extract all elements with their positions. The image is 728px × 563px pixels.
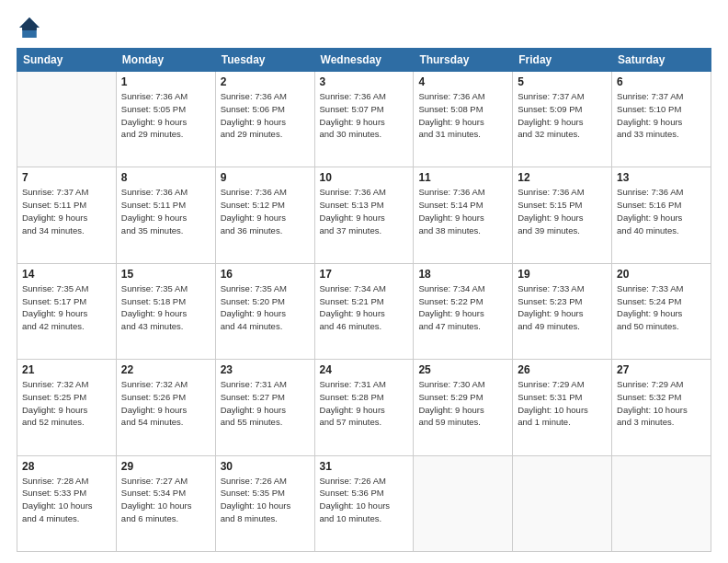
day-number: 9 <box>221 171 310 184</box>
weekday-header-sunday: Sunday <box>17 49 117 72</box>
weekday-header-wednesday: Wednesday <box>314 49 414 72</box>
calendar-table: SundayMondayTuesdayWednesdayThursdayFrid… <box>17 48 711 552</box>
day-info: Sunrise: 7:34 AM Sunset: 5:22 PM Dayligh… <box>418 282 507 333</box>
day-number: 17 <box>320 268 409 281</box>
day-info: Sunrise: 7:36 AM Sunset: 5:16 PM Dayligh… <box>617 186 706 236</box>
calendar-week-2: 7Sunrise: 7:37 AM Sunset: 5:11 PM Daylig… <box>17 167 711 263</box>
day-number: 23 <box>221 363 310 376</box>
calendar-week-5: 28Sunrise: 7:28 AM Sunset: 5:33 PM Dayli… <box>17 455 711 551</box>
calendar-week-4: 21Sunrise: 7:32 AM Sunset: 5:25 PM Dayli… <box>17 360 711 455</box>
day-number: 26 <box>518 363 607 376</box>
calendar-cell: 5Sunrise: 7:37 AM Sunset: 5:09 PM Daylig… <box>513 72 612 167</box>
calendar-cell <box>513 455 612 551</box>
day-info: Sunrise: 7:28 AM Sunset: 5:33 PM Dayligh… <box>22 475 111 525</box>
day-number: 30 <box>221 460 310 473</box>
weekday-header-saturday: Saturday <box>612 49 711 72</box>
day-number: 4 <box>418 75 507 88</box>
day-info: Sunrise: 7:32 AM Sunset: 5:26 PM Dayligh… <box>121 378 210 429</box>
day-info: Sunrise: 7:35 AM Sunset: 5:17 PM Dayligh… <box>22 282 111 333</box>
weekday-header-thursday: Thursday <box>414 49 513 72</box>
day-info: Sunrise: 7:26 AM Sunset: 5:36 PM Dayligh… <box>320 475 409 525</box>
calendar-cell <box>17 72 117 167</box>
day-number: 1 <box>121 75 210 88</box>
day-info: Sunrise: 7:36 AM Sunset: 5:05 PM Dayligh… <box>121 90 210 141</box>
calendar-week-3: 14Sunrise: 7:35 AM Sunset: 5:17 PM Dayli… <box>17 263 711 359</box>
logo <box>17 15 46 40</box>
day-number: 24 <box>320 363 409 376</box>
day-number: 8 <box>121 171 210 184</box>
calendar-cell: 15Sunrise: 7:35 AM Sunset: 5:18 PM Dayli… <box>116 263 215 359</box>
day-number: 28 <box>22 460 111 473</box>
calendar-cell: 7Sunrise: 7:37 AM Sunset: 5:11 PM Daylig… <box>17 167 117 263</box>
day-number: 25 <box>418 363 507 376</box>
calendar-cell <box>414 455 513 551</box>
day-number: 27 <box>617 363 706 376</box>
day-number: 14 <box>22 268 111 281</box>
svg-marker-2 <box>19 17 40 30</box>
calendar-cell: 4Sunrise: 7:36 AM Sunset: 5:08 PM Daylig… <box>414 72 513 167</box>
calendar-cell: 13Sunrise: 7:36 AM Sunset: 5:16 PM Dayli… <box>612 167 711 263</box>
day-info: Sunrise: 7:36 AM Sunset: 5:06 PM Dayligh… <box>221 90 310 141</box>
calendar-page: SundayMondayTuesdayWednesdayThursdayFrid… <box>0 0 728 563</box>
day-number: 29 <box>121 460 210 473</box>
calendar-week-1: 1Sunrise: 7:36 AM Sunset: 5:05 PM Daylig… <box>17 72 711 167</box>
day-number: 3 <box>320 75 409 88</box>
day-number: 18 <box>418 268 507 281</box>
day-info: Sunrise: 7:29 AM Sunset: 5:32 PM Dayligh… <box>617 378 706 429</box>
calendar-cell: 16Sunrise: 7:35 AM Sunset: 5:20 PM Dayli… <box>215 263 314 359</box>
day-info: Sunrise: 7:26 AM Sunset: 5:35 PM Dayligh… <box>221 475 310 525</box>
day-info: Sunrise: 7:34 AM Sunset: 5:21 PM Dayligh… <box>320 282 409 333</box>
calendar-cell: 30Sunrise: 7:26 AM Sunset: 5:35 PM Dayli… <box>215 455 314 551</box>
calendar-cell: 31Sunrise: 7:26 AM Sunset: 5:36 PM Dayli… <box>314 455 414 551</box>
calendar-cell: 24Sunrise: 7:31 AM Sunset: 5:28 PM Dayli… <box>314 360 414 455</box>
weekday-header-row: SundayMondayTuesdayWednesdayThursdayFrid… <box>17 49 711 72</box>
day-info: Sunrise: 7:31 AM Sunset: 5:28 PM Dayligh… <box>320 378 409 429</box>
calendar-cell: 27Sunrise: 7:29 AM Sunset: 5:32 PM Dayli… <box>612 360 711 455</box>
day-info: Sunrise: 7:35 AM Sunset: 5:18 PM Dayligh… <box>121 282 210 333</box>
day-info: Sunrise: 7:36 AM Sunset: 5:15 PM Dayligh… <box>518 186 607 236</box>
day-info: Sunrise: 7:30 AM Sunset: 5:29 PM Dayligh… <box>418 378 507 429</box>
day-number: 2 <box>221 75 310 88</box>
day-number: 5 <box>518 75 607 88</box>
day-info: Sunrise: 7:36 AM Sunset: 5:08 PM Dayligh… <box>418 90 507 141</box>
calendar-cell: 11Sunrise: 7:36 AM Sunset: 5:14 PM Dayli… <box>414 167 513 263</box>
calendar-cell: 19Sunrise: 7:33 AM Sunset: 5:23 PM Dayli… <box>513 263 612 359</box>
day-number: 11 <box>418 171 507 184</box>
day-number: 12 <box>518 171 607 184</box>
calendar-cell: 17Sunrise: 7:34 AM Sunset: 5:21 PM Dayli… <box>314 263 414 359</box>
calendar-cell: 28Sunrise: 7:28 AM Sunset: 5:33 PM Dayli… <box>17 455 117 551</box>
day-number: 19 <box>518 268 607 281</box>
calendar-cell: 6Sunrise: 7:37 AM Sunset: 5:10 PM Daylig… <box>612 72 711 167</box>
calendar-cell: 21Sunrise: 7:32 AM Sunset: 5:25 PM Dayli… <box>17 360 117 455</box>
calendar-cell: 22Sunrise: 7:32 AM Sunset: 5:26 PM Dayli… <box>116 360 215 455</box>
day-info: Sunrise: 7:37 AM Sunset: 5:09 PM Dayligh… <box>518 90 607 141</box>
calendar-cell: 25Sunrise: 7:30 AM Sunset: 5:29 PM Dayli… <box>414 360 513 455</box>
calendar-cell: 2Sunrise: 7:36 AM Sunset: 5:06 PM Daylig… <box>215 72 314 167</box>
calendar-cell: 18Sunrise: 7:34 AM Sunset: 5:22 PM Dayli… <box>414 263 513 359</box>
day-info: Sunrise: 7:29 AM Sunset: 5:31 PM Dayligh… <box>518 378 607 429</box>
day-number: 22 <box>121 363 210 376</box>
day-number: 16 <box>221 268 310 281</box>
day-number: 7 <box>22 171 111 184</box>
calendar-cell: 8Sunrise: 7:36 AM Sunset: 5:11 PM Daylig… <box>116 167 215 263</box>
day-info: Sunrise: 7:36 AM Sunset: 5:11 PM Dayligh… <box>121 186 210 236</box>
day-info: Sunrise: 7:36 AM Sunset: 5:12 PM Dayligh… <box>221 186 310 236</box>
day-info: Sunrise: 7:35 AM Sunset: 5:20 PM Dayligh… <box>221 282 310 333</box>
weekday-header-tuesday: Tuesday <box>215 49 314 72</box>
day-number: 31 <box>320 460 409 473</box>
calendar-cell: 10Sunrise: 7:36 AM Sunset: 5:13 PM Dayli… <box>314 167 414 263</box>
day-info: Sunrise: 7:33 AM Sunset: 5:23 PM Dayligh… <box>518 282 607 333</box>
day-info: Sunrise: 7:37 AM Sunset: 5:11 PM Dayligh… <box>22 186 111 236</box>
day-number: 21 <box>22 363 111 376</box>
header <box>17 15 711 40</box>
logo-icon <box>17 15 42 40</box>
calendar-cell: 26Sunrise: 7:29 AM Sunset: 5:31 PM Dayli… <box>513 360 612 455</box>
day-number: 13 <box>617 171 706 184</box>
calendar-cell: 23Sunrise: 7:31 AM Sunset: 5:27 PM Dayli… <box>215 360 314 455</box>
day-number: 6 <box>617 75 706 88</box>
day-info: Sunrise: 7:36 AM Sunset: 5:14 PM Dayligh… <box>418 186 507 236</box>
day-info: Sunrise: 7:27 AM Sunset: 5:34 PM Dayligh… <box>121 475 210 525</box>
calendar-cell: 3Sunrise: 7:36 AM Sunset: 5:07 PM Daylig… <box>314 72 414 167</box>
calendar-cell: 29Sunrise: 7:27 AM Sunset: 5:34 PM Dayli… <box>116 455 215 551</box>
day-number: 15 <box>121 268 210 281</box>
